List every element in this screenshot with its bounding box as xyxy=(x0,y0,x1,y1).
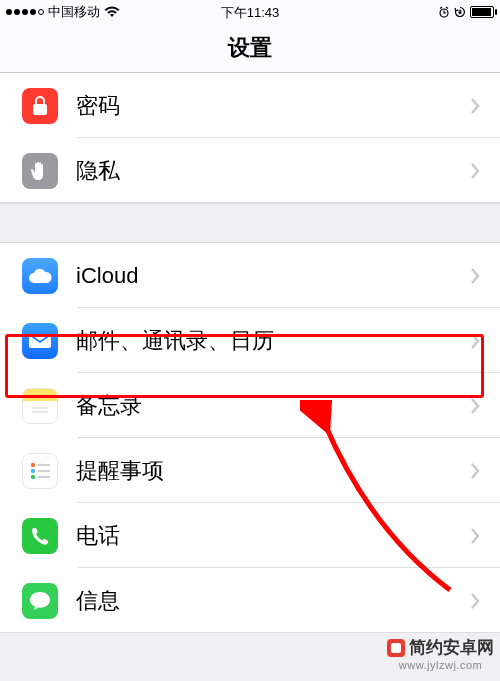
reminders-icon xyxy=(22,453,58,489)
lock-icon xyxy=(22,88,58,124)
row-messages[interactable]: 信息 xyxy=(0,568,500,633)
watermark-url: www.jylzwj.com xyxy=(399,659,482,671)
row-reminders[interactable]: 提醒事项 xyxy=(0,438,500,503)
rotation-lock-icon xyxy=(454,6,466,18)
svg-rect-1 xyxy=(459,11,462,13)
row-privacy[interactable]: 隐私 xyxy=(0,138,500,203)
row-mail-label: 邮件、通讯录、日历 xyxy=(76,326,470,356)
svg-point-10 xyxy=(31,474,35,478)
notes-icon xyxy=(22,388,58,424)
phone-icon xyxy=(22,518,58,554)
svg-rect-2 xyxy=(33,104,47,115)
carrier-label: 中国移动 xyxy=(48,3,100,21)
chevron-right-icon xyxy=(470,398,480,414)
watermark-title: 简约安卓网 xyxy=(409,636,494,659)
cloud-icon xyxy=(22,258,58,294)
group-1: 密码 隐私 xyxy=(0,73,500,203)
group-2: iCloud 邮件、通讯录、日历 备忘录 xyxy=(0,243,500,633)
chevron-right-icon xyxy=(470,98,480,114)
status-right xyxy=(438,6,494,18)
svg-point-8 xyxy=(31,468,35,472)
signal-dots xyxy=(6,9,44,15)
chevron-right-icon xyxy=(470,163,480,179)
hand-icon xyxy=(22,153,58,189)
watermark-logo-icon xyxy=(387,639,405,657)
status-left: 中国移动 xyxy=(6,3,120,21)
row-phone-label: 电话 xyxy=(76,521,470,551)
row-messages-label: 信息 xyxy=(76,586,470,616)
row-notes[interactable]: 备忘录 xyxy=(0,373,500,438)
row-passcode-label: 密码 xyxy=(76,91,470,121)
chevron-right-icon xyxy=(470,593,480,609)
messages-icon xyxy=(22,583,58,619)
row-privacy-label: 隐私 xyxy=(76,156,470,186)
alarm-icon xyxy=(438,6,450,18)
screen: 中国移动 下午11:43 声音 设置 xyxy=(0,0,500,681)
row-icloud[interactable]: iCloud xyxy=(0,243,500,308)
row-icloud-label: iCloud xyxy=(76,263,470,289)
row-mail-contacts-calendars[interactable]: 邮件、通讯录、日历 xyxy=(0,308,500,373)
row-reminders-label: 提醒事项 xyxy=(76,456,470,486)
row-notes-label: 备忘录 xyxy=(76,391,470,421)
chevron-right-icon xyxy=(470,528,480,544)
section-gap-1 xyxy=(0,203,500,243)
chevron-right-icon xyxy=(470,268,480,284)
status-bar: 中国移动 下午11:43 xyxy=(0,0,500,24)
chevron-right-icon xyxy=(470,463,480,479)
chevron-right-icon xyxy=(470,333,480,349)
wifi-icon xyxy=(104,6,120,18)
row-passcode[interactable]: 密码 xyxy=(0,73,500,138)
row-phone[interactable]: 电话 xyxy=(0,503,500,568)
nav-header: 设置 xyxy=(0,24,500,73)
mail-icon xyxy=(22,323,58,359)
watermark: 简约安卓网 www.jylzwj.com xyxy=(387,636,494,671)
battery-icon xyxy=(470,6,494,18)
svg-point-6 xyxy=(31,462,35,466)
page-title: 设置 xyxy=(228,33,272,63)
